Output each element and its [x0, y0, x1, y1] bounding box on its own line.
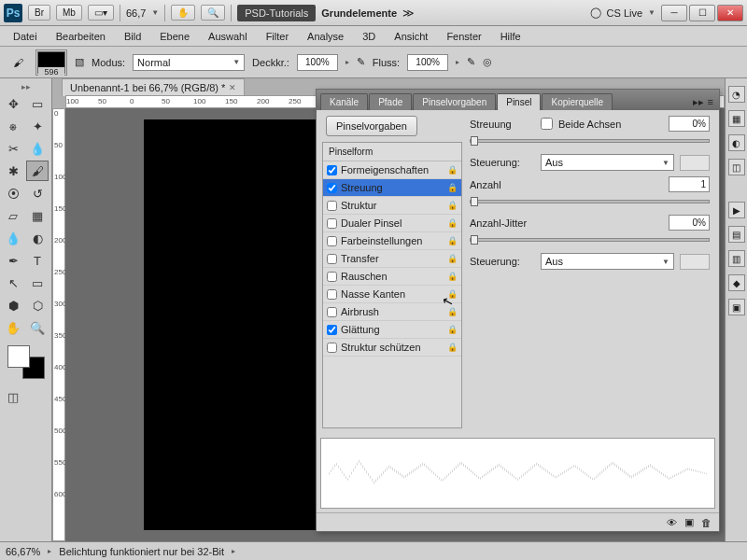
- brush-option-3[interactable]: Dualer Pinsel🔒: [323, 215, 461, 232]
- menu-icon[interactable]: ≡: [708, 96, 713, 108]
- type-tool[interactable]: T: [26, 250, 49, 271]
- brush-shape-header[interactable]: Pinselform: [323, 143, 461, 161]
- brush-presets-button[interactable]: Pinselvorgaben: [326, 116, 417, 136]
- streuung-slider[interactable]: [470, 139, 710, 143]
- gradient-tool[interactable]: ▦: [26, 205, 49, 226]
- color-panel-icon[interactable]: ◔: [728, 86, 745, 103]
- stamp-tool[interactable]: ⦿: [2, 183, 24, 203]
- zoom-tool[interactable]: 🔍: [26, 317, 49, 338]
- path-select-tool[interactable]: ↖: [2, 273, 24, 293]
- status-zoom[interactable]: 66,67%: [6, 546, 40, 557]
- brush-option-2[interactable]: Struktur🔒: [323, 197, 461, 215]
- eraser-tool[interactable]: ▱: [2, 205, 24, 226]
- steuerung-extra[interactable]: [680, 155, 710, 171]
- brush-option-checkbox[interactable]: [327, 289, 337, 300]
- swatches-panel-icon[interactable]: ▦: [728, 110, 745, 127]
- lock-icon[interactable]: 🔒: [447, 165, 458, 175]
- adjustments-panel-icon[interactable]: ◐: [728, 134, 745, 151]
- lock-icon[interactable]: 🔒: [447, 236, 458, 245]
- brush-option-10[interactable]: Struktur schützen🔒: [323, 339, 461, 357]
- streuung-input[interactable]: [669, 116, 710, 132]
- trash-icon[interactable]: 🗑: [701, 517, 712, 528]
- brush-option-checkbox[interactable]: [327, 325, 337, 335]
- pen-tool[interactable]: ✒: [2, 250, 24, 271]
- brush-option-checkbox[interactable]: [327, 165, 337, 175]
- document-tab[interactable]: Unbenannt-1 bei 66,7% (RGB/8) *✕: [62, 78, 245, 96]
- brush-preset-picker[interactable]: 596: [35, 49, 67, 76]
- brush-option-1[interactable]: Streuung🔒: [323, 179, 461, 197]
- steuerung2-extra[interactable]: [680, 254, 710, 270]
- menu-fenster[interactable]: Fenster: [439, 29, 488, 44]
- lock-icon[interactable]: 🔒: [447, 272, 458, 281]
- channels-panel-icon[interactable]: ▥: [728, 250, 745, 267]
- brush-option-checkbox[interactable]: [327, 307, 337, 317]
- menu-3d[interactable]: 3D: [355, 29, 383, 44]
- quickmask-tool[interactable]: ◫: [2, 386, 24, 407]
- brush-option-checkbox[interactable]: [327, 201, 337, 211]
- menu-analyse[interactable]: Analyse: [300, 29, 351, 44]
- eyedropper-tool[interactable]: 💧: [26, 138, 49, 159]
- jitter-slider[interactable]: [470, 238, 710, 242]
- lock-icon[interactable]: 🔒: [447, 307, 458, 316]
- toggle-preview-icon[interactable]: 👁: [667, 517, 677, 528]
- more-icon[interactable]: ≫: [402, 7, 415, 20]
- anzahl-slider[interactable]: [470, 200, 710, 203]
- lock-icon[interactable]: 🔒: [447, 325, 458, 334]
- minibridge-button[interactable]: Mb: [56, 5, 82, 21]
- hand-tool[interactable]: ✋: [2, 317, 24, 338]
- 3d-tool[interactable]: ⬢: [2, 295, 24, 315]
- tablet-pressure-size-icon[interactable]: ◎: [483, 56, 492, 68]
- jitter-input[interactable]: [669, 215, 710, 231]
- maximize-button[interactable]: ☐: [689, 5, 715, 21]
- brush-option-5[interactable]: Transfer🔒: [323, 250, 461, 268]
- cslive-icon[interactable]: ◯: [590, 7, 601, 19]
- airbrush-icon[interactable]: ✎: [467, 56, 475, 68]
- brush-option-7[interactable]: Nasse Kanten🔒: [323, 286, 461, 303]
- screen-mode-button[interactable]: ▭▾: [88, 5, 114, 21]
- brush-option-checkbox[interactable]: [327, 254, 337, 264]
- zoom-level[interactable]: 66,7: [126, 7, 146, 19]
- zoom-tool-button[interactable]: 🔍: [201, 5, 225, 21]
- menu-bearbeiten[interactable]: Bearbeiten: [49, 29, 113, 44]
- both-axes-checkbox[interactable]: [541, 118, 553, 130]
- panel-tab-pfade[interactable]: Pfade: [369, 93, 412, 110]
- panel-tab-pinsel[interactable]: Pinsel: [497, 93, 541, 110]
- blur-tool[interactable]: 💧: [2, 228, 24, 248]
- modus-dropdown[interactable]: Normal▼: [133, 54, 245, 71]
- brush-option-checkbox[interactable]: [327, 183, 337, 193]
- panel-tab-kanäle[interactable]: Kanäle: [320, 93, 368, 110]
- new-preset-icon[interactable]: ▣: [684, 516, 694, 528]
- close-button[interactable]: ✕: [717, 5, 743, 21]
- brush-option-checkbox[interactable]: [327, 218, 337, 229]
- chevron-icon[interactable]: ▸: [456, 58, 459, 66]
- lock-icon[interactable]: 🔒: [447, 183, 458, 192]
- brush-option-8[interactable]: Airbrush🔒: [323, 303, 461, 321]
- lock-icon[interactable]: 🔒: [447, 201, 458, 210]
- menu-datei[interactable]: Datei: [6, 29, 45, 44]
- tablet-pressure-opacity-icon[interactable]: ✎: [357, 56, 365, 68]
- deckkraft-input[interactable]: [297, 54, 338, 71]
- steuerung-dropdown[interactable]: Aus▼: [541, 154, 674, 171]
- panel-tab-pinselvorgaben[interactable]: Pinselvorgaben: [413, 93, 496, 110]
- shape-tool[interactable]: ▭: [26, 273, 49, 293]
- cslive-label[interactable]: CS Live: [607, 7, 643, 19]
- lock-icon[interactable]: 🔒: [447, 343, 458, 352]
- styles-panel-icon[interactable]: ◫: [728, 159, 745, 175]
- menu-ebene[interactable]: Ebene: [152, 29, 197, 44]
- chevron-icon[interactable]: ▸: [48, 547, 51, 555]
- brush-option-0[interactable]: Formeigenschaften🔒: [323, 161, 461, 179]
- marquee-tool[interactable]: ▭: [26, 93, 49, 114]
- chevron-icon[interactable]: ▸: [345, 58, 349, 66]
- dodge-tool[interactable]: ◐: [26, 228, 49, 248]
- play-icon[interactable]: ▶: [728, 202, 745, 218]
- lock-icon[interactable]: 🔒: [447, 254, 458, 263]
- menu-auswahl[interactable]: Auswahl: [201, 29, 255, 44]
- brush-option-4[interactable]: Farbeinstellungen🔒: [323, 232, 461, 250]
- brush-option-checkbox[interactable]: [327, 236, 337, 246]
- canvas[interactable]: [144, 119, 321, 530]
- brush-option-checkbox[interactable]: [327, 272, 337, 282]
- color-swatches[interactable]: [7, 345, 45, 379]
- brush-option-9[interactable]: Glättung🔒: [323, 321, 461, 339]
- chevron-down-icon[interactable]: ▼: [151, 8, 159, 17]
- menu-bild[interactable]: Bild: [117, 29, 148, 44]
